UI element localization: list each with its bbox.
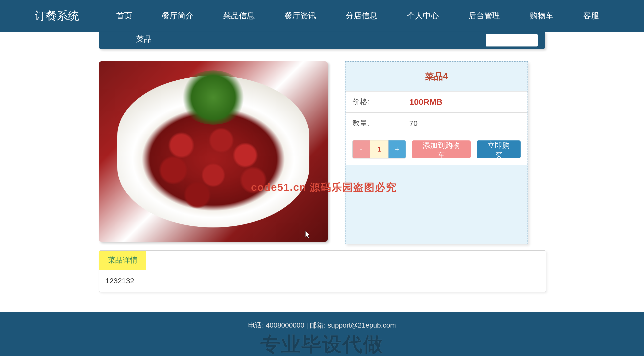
price-label: 价格: (352, 97, 409, 107)
brand-title: 订餐系统 (34, 8, 79, 23)
add-to-cart-button[interactable]: 添加到购物车 (412, 140, 470, 158)
nav-about[interactable]: 餐厅简介 (162, 10, 194, 21)
tab-dish[interactable]: 菜品 (136, 34, 152, 47)
qty-row: 数量: 70 (346, 113, 528, 134)
tab-bar: 菜品 (99, 32, 545, 49)
nav-home[interactable]: 首页 (116, 10, 132, 21)
main-section: 菜品4 价格: 100RMB 数量: 70 - + 添加到购物车 立即购买 (99, 61, 545, 244)
nav-menu: 首页 餐厅简介 菜品信息 餐厅资讯 分店信息 个人中心 后台管理 购物车 客服 (116, 10, 599, 21)
detail-content: 1232132 (99, 270, 546, 292)
search-box[interactable] (486, 34, 538, 46)
navbar: 订餐系统 首页 餐厅简介 菜品信息 餐厅资讯 分店信息 个人中心 后台管理 购物… (0, 0, 644, 32)
quantity-stepper: - + (352, 140, 406, 158)
product-info-panel: 菜品4 价格: 100RMB 数量: 70 - + 添加到购物车 立即购买 (345, 61, 528, 244)
detail-tab[interactable]: 菜品详情 (99, 251, 146, 270)
nav-profile[interactable]: 个人中心 (407, 10, 439, 21)
nav-service[interactable]: 客服 (583, 10, 599, 21)
buy-now-button[interactable]: 立即购买 (477, 140, 520, 158)
garnish-decoration (179, 70, 248, 125)
qty-value: 70 (409, 119, 418, 128)
quantity-input[interactable] (370, 140, 388, 158)
product-image (99, 61, 328, 242)
detail-panel: 菜品详情 1232132 (99, 250, 546, 292)
dish-visual (133, 115, 294, 215)
footer-contact: 电话: 4008000000 | 邮箱: support@21epub.com (248, 321, 396, 330)
nav-dishes[interactable]: 菜品信息 (223, 10, 255, 21)
product-title: 菜品4 (346, 62, 528, 91)
price-value: 100RMB (409, 97, 442, 107)
action-row: - + 添加到购物车 立即购买 (346, 134, 528, 165)
nav-cart[interactable]: 购物车 (530, 10, 554, 21)
nav-news[interactable]: 餐厅资讯 (284, 10, 316, 21)
footer: 电话: 4008000000 | 邮箱: support@21epub.com … (0, 312, 644, 356)
nav-admin[interactable]: 后台管理 (468, 10, 500, 21)
price-row: 价格: 100RMB (346, 91, 528, 113)
qty-label: 数量: (352, 118, 409, 128)
content-area: 菜品 菜品4 价格: 100RMB 数量: 70 - + (0, 32, 644, 292)
nav-branches[interactable]: 分店信息 (346, 10, 378, 21)
decrease-button[interactable]: - (353, 140, 370, 158)
footer-big-text: 专业毕设代做 (260, 331, 384, 356)
increase-button[interactable]: + (388, 140, 406, 158)
